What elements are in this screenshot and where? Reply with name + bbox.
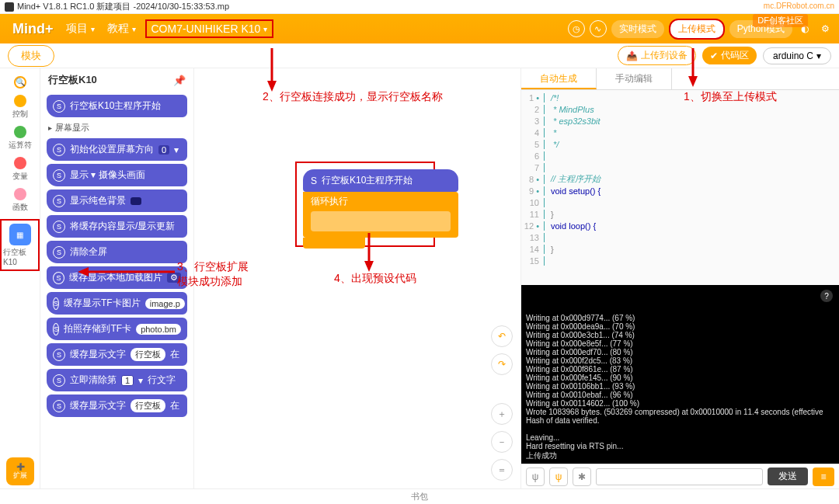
block-icon: S <box>53 195 65 207</box>
block-icon: S <box>53 246 65 259</box>
functions-dot-icon <box>14 188 26 200</box>
settings-gear-icon[interactable]: ⚙ <box>817 21 833 36</box>
sub-toolbar: 模块 📤 上传到设备 ✔ 代码区 arduino C ▾ <box>0 43 839 68</box>
upload-to-device-button[interactable]: 📤 上传到设备 <box>618 46 696 65</box>
window-title: Mind+ V1.8.1 RC1.0 新建项目 -2024/10/30-15:3… <box>17 1 229 12</box>
mode-realtime-button[interactable]: 实时模式 <box>611 20 664 38</box>
usb-icon[interactable]: ψ <box>526 468 545 486</box>
serial-menu-icon[interactable]: ≡ <box>813 468 834 486</box>
app-icon <box>5 2 14 12</box>
block-clear-line[interactable]: S立即清除第 1 ▾ 行文字 <box>47 369 187 391</box>
connection-selector[interactable]: COM7-UNIHIKER K10 <box>145 19 274 38</box>
block-init-orientation[interactable]: S初始化设置屏幕方向 0 ▾ <box>47 138 187 161</box>
serial-console[interactable]: ? Writing at 0x000d9774... (67 %) Writin… <box>521 285 839 464</box>
code-area-toggle[interactable]: ✔ 代码区 <box>702 47 757 64</box>
variables-dot-icon <box>14 157 26 169</box>
code-line: 7 <box>521 162 839 173</box>
bug-icon[interactable]: ✱ <box>573 468 591 486</box>
block-param[interactable]: 行空板 <box>131 348 165 361</box>
block-param[interactable]: 1 <box>121 375 134 386</box>
block-param[interactable]: photo.bm <box>136 324 181 335</box>
category-control[interactable]: 控制 <box>12 95 28 120</box>
color-swatch[interactable] <box>131 197 141 205</box>
loop-slot[interactable] <box>311 211 451 231</box>
menu-tutorial[interactable]: 教程 <box>101 22 142 36</box>
category-operators[interactable]: 运算符 <box>9 126 32 151</box>
zoom-reset-button[interactable]: ＝ <box>491 459 513 481</box>
category-functions[interactable]: 函数 <box>12 188 28 213</box>
block-cache-update[interactable]: S将缓存内容显示/显示更新 <box>47 215 187 238</box>
block-show-local-image[interactable]: S缓存显示本地加载图片 ⚙ <box>47 266 187 289</box>
block-label: 缓存显示文字 <box>70 399 126 412</box>
code-line: 4 * <box>521 127 839 138</box>
block-main-start[interactable]: S行空板K10主程序开始 <box>47 95 187 117</box>
language-selector[interactable]: arduino C ▾ <box>763 47 831 64</box>
usb-active-icon[interactable]: ψ <box>549 468 568 486</box>
block-label-at2: 在 <box>170 399 179 412</box>
menu-project[interactable]: 项目 <box>60 22 101 36</box>
gauge-icon[interactable]: ◷ <box>568 20 585 37</box>
code-area-label: 代码区 <box>721 49 749 62</box>
script-canvas[interactable]: S行空板K10主程序开始 循环执行 ↶ ↷ ＋ － ＝ <box>194 68 520 488</box>
tab-blocks[interactable]: 模块 <box>8 45 54 67</box>
undo-button[interactable]: ↶ <box>491 325 513 347</box>
code-line: 2 * MindPlus <box>521 103 839 115</box>
chip-icon: ▦ <box>9 224 31 245</box>
canvas-loop-block[interactable]: 循环执行 <box>303 192 458 238</box>
serial-input[interactable] <box>596 468 763 485</box>
zoom-out-button[interactable]: － <box>491 431 513 453</box>
block-bg-color[interactable]: S显示纯色背景 <box>47 189 187 212</box>
category-search[interactable]: 🔍 <box>14 76 26 89</box>
category-k10[interactable]: ▦行空板K10 <box>0 219 40 271</box>
tab-manual-edit[interactable]: 手动编辑 <box>597 68 672 89</box>
block-param[interactable]: 行空板 <box>131 399 165 412</box>
category-variables[interactable]: 变量 <box>12 157 28 182</box>
chart-icon[interactable]: ∿ <box>590 20 607 37</box>
cat-operators-label: 运算符 <box>9 140 32 151</box>
code-view[interactable]: 1/*!2 * MindPlus3 * esp32s3bit4 *5 */678… <box>521 90 839 285</box>
canvas-program-block[interactable]: S行空板K10主程序开始 循环执行 <box>303 169 458 249</box>
block-label: 初始化设置屏幕方向 <box>70 143 154 156</box>
block-photo-to-tf[interactable]: S拍照存储到TF卡 photo.bm <box>47 318 187 340</box>
send-button[interactable]: 发送 <box>768 468 808 485</box>
code-line: 14} <box>521 243 839 255</box>
block-show-text-2[interactable]: S缓存显示文字 行空板 在 <box>47 395 187 417</box>
block-label: 缓存显示文字 <box>70 348 126 361</box>
block-show-tf-image[interactable]: S缓存显示TF卡图片 image.p <box>47 292 187 315</box>
block-icon: S <box>53 144 65 156</box>
block-label: 缓存显示本地加载图片 <box>69 271 162 284</box>
workspace: 🔍 控制 运算符 变量 函数 ▦行空板K10 行空板K10📌 S行空板K10主程… <box>0 68 839 488</box>
canvas-hat-block[interactable]: S行空板K10主程序开始 <box>303 169 458 192</box>
console-help-icon[interactable]: ? <box>820 290 833 302</box>
tab-auto-generate[interactable]: 自动生成 <box>521 68 597 89</box>
canvas-loop-label: 循环执行 <box>311 196 348 207</box>
gear-param-icon[interactable]: ⚙ <box>167 273 181 283</box>
block-label: 行空板K10主程序开始 <box>70 99 161 113</box>
block-show-text[interactable]: S缓存显示文字 行空板 在 <box>47 343 187 366</box>
code-line: 6 <box>521 150 839 162</box>
block-label: 拍照存储到TF卡 <box>64 322 131 335</box>
app-logo: Mind+ <box>6 21 60 37</box>
block-icon: S <box>53 297 59 310</box>
block-icon: S <box>53 169 65 182</box>
block-param[interactable]: 0 <box>158 145 169 155</box>
block-label: 将缓存内容显示/显示更新 <box>70 220 175 233</box>
control-dot-icon <box>14 95 26 107</box>
code-line: 1/*! <box>521 92 839 103</box>
pin-icon[interactable]: 📌 <box>173 75 186 86</box>
block-label: 显示 ▾ 摄像头画面 <box>70 169 145 182</box>
palette-header: 行空板K10📌 <box>40 68 193 92</box>
mode-upload-button[interactable]: 上传模式 <box>669 19 725 40</box>
block-icon: S <box>53 374 65 387</box>
redo-button[interactable]: ↷ <box>491 353 513 375</box>
code-line: 8// 主程序开始 <box>521 173 839 185</box>
zoom-in-button[interactable]: ＋ <box>491 403 513 425</box>
block-clear-screen[interactable]: S清除全屏 <box>47 241 187 263</box>
block-show-camera[interactable]: S显示 ▾ 摄像头画面 <box>47 164 187 186</box>
extensions-button[interactable]: ➕扩展 <box>6 457 34 485</box>
cat-k10-label: 行空板K10 <box>3 247 37 266</box>
backpack-bar[interactable]: 书包 <box>0 488 839 504</box>
code-line: 10 <box>521 196 839 208</box>
block-param[interactable]: image.p <box>145 298 185 309</box>
block-label: 显示纯色背景 <box>70 194 126 207</box>
